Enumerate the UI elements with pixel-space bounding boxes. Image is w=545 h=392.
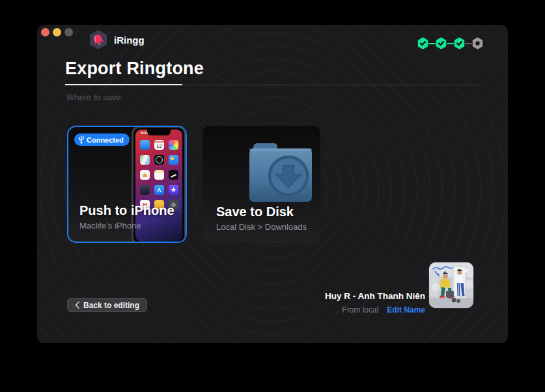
push-to-iphone-title: Push to iPhone — [79, 203, 175, 218]
iphone-notch — [147, 130, 171, 135]
usb-icon — [78, 135, 85, 144]
calendar-app-icon: 12 — [154, 140, 164, 150]
app-window: iRingg Export Ringtone Where to save: — [37, 25, 508, 343]
window-controls — [41, 28, 73, 36]
song-title: Huy R - Anh Thanh Niên — [325, 291, 425, 301]
iphone-app-grid: 12 — [140, 140, 178, 210]
photos-app-icon — [169, 140, 178, 150]
where-to-save-label: Where to save: — [66, 92, 123, 102]
push-to-iphone-card[interactable]: Connected 9:41 12 — [67, 126, 187, 243]
save-to-disk-title: Save to Disk — [216, 204, 294, 219]
song-info: Huy R - Anh Thanh Niên From local Edit N… — [325, 291, 425, 315]
title-divider — [65, 85, 480, 85]
iphone-screen: 9:41 12 — [135, 130, 182, 242]
stocks-app-icon — [169, 170, 178, 180]
step-done-icon — [417, 37, 428, 49]
edit-name-link[interactable]: Edit Name — [387, 305, 425, 315]
source-label: From local — [342, 305, 378, 315]
connected-badge-label: Connected — [87, 136, 124, 144]
close-window-button[interactable] — [41, 28, 49, 36]
home-app-icon — [140, 170, 150, 180]
itunes-store-app-icon — [169, 185, 178, 195]
minimize-window-button[interactable] — [53, 28, 61, 36]
app-title: iRingg — [114, 35, 145, 46]
step-connector — [428, 43, 436, 44]
page-title: Export Ringtone — [65, 59, 204, 79]
step-done-icon — [454, 37, 465, 49]
connected-badge: Connected — [74, 133, 130, 146]
maps-app-icon — [140, 155, 150, 165]
weather-app-icon — [169, 155, 178, 165]
downloads-folder-icon — [247, 138, 314, 204]
mail-app-icon — [140, 140, 150, 150]
clock-app-icon — [154, 155, 164, 165]
iringg-logo-icon — [89, 30, 107, 52]
step-pending-icon — [472, 37, 483, 49]
zoom-window-button[interactable] — [64, 28, 73, 36]
disk-path-label: Local Disk > Downloads — [216, 222, 307, 232]
save-to-disk-card[interactable]: Save to Disk Local Disk > Downloads — [203, 126, 320, 243]
step-connector — [465, 43, 472, 44]
device-name-label: Maclife’s iPhone — [79, 221, 141, 231]
back-to-editing-label: Back to editing — [83, 301, 139, 310]
album-art — [429, 262, 473, 308]
export-progress-steps — [417, 37, 483, 49]
step-connector — [447, 43, 454, 44]
step-done-icon — [436, 37, 447, 49]
appstore-app-icon — [154, 185, 164, 195]
chevron-left-icon — [75, 301, 79, 309]
back-to-editing-button[interactable]: Back to editing — [67, 298, 147, 312]
notes-app-icon — [154, 170, 164, 180]
title-underline — [65, 84, 182, 85]
tv-app-icon — [140, 185, 150, 195]
